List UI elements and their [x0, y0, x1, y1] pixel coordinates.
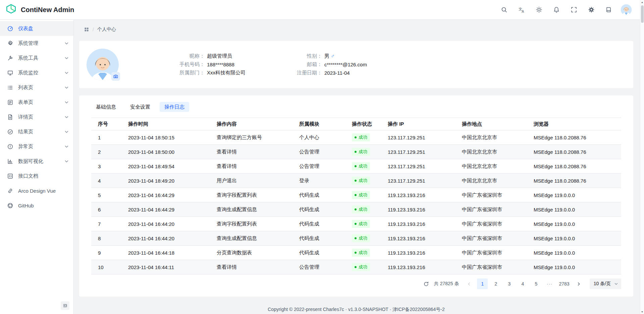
page-item-4[interactable]: 4 [517, 278, 528, 289]
profile-field: 注册日期：2023-11-04 [285, 69, 367, 77]
sidebar-collapse-button[interactable] [61, 301, 69, 310]
page-item-3[interactable]: 3 [504, 278, 515, 289]
chevron-down-icon [64, 56, 69, 60]
cell-time: 2023-11-04 16:44:20 [121, 231, 210, 246]
cell-location: 中国北京北京市 [455, 145, 527, 159]
settings-gear-icon[interactable] [586, 4, 597, 15]
cell-browser: MSEdge 119.0.0.0 [527, 246, 621, 260]
sidebar-item-form-pages[interactable]: 表单页 [0, 95, 73, 110]
window-scrollbar[interactable]: ▲ ▼ [640, 0, 644, 314]
cell-status: 成功 [345, 231, 381, 246]
dashboard-icon [7, 25, 13, 32]
cell-module: 公告管理 [292, 260, 345, 274]
sidebar-item-data-visualization[interactable]: 数据可视化 [0, 154, 73, 169]
sidebar-item-label: GitHub [18, 203, 69, 208]
sidebar-item-list-pages[interactable]: 列表页 [0, 80, 73, 95]
translate-icon[interactable]: 文A [516, 4, 527, 15]
page-item-2783[interactable]: 2783 [557, 278, 571, 289]
cell-content: 查看详情 [210, 159, 292, 174]
sidebar-item-system-tools[interactable]: 系统工具 [0, 51, 73, 65]
user-avatar[interactable] [621, 4, 632, 15]
theme-sun-icon[interactable] [533, 4, 545, 15]
tab-operation-log[interactable]: 操作日志 [160, 102, 189, 112]
cell-no: 8 [91, 231, 121, 246]
sidebar-item-exception-pages[interactable]: 异常页 [0, 139, 73, 154]
scrollbar-up-arrow[interactable]: ▲ [640, 0, 644, 4]
result-icon [7, 128, 13, 135]
sidebar-item-system-monitor[interactable]: 系统监控 [0, 65, 73, 80]
chevron-down-icon [64, 100, 69, 105]
cell-time: 2023-11-04 18:49:54 [121, 159, 210, 174]
camera-icon[interactable] [111, 72, 120, 81]
page-size-select[interactable]: 10 条/页 [590, 278, 621, 289]
apps-icon[interactable] [84, 27, 89, 32]
status-text: 成功 [359, 134, 367, 140]
column-header: 序号 [91, 118, 121, 130]
page-item-2[interactable]: 2 [490, 278, 501, 289]
cell-ip: 119.123.193.216 [381, 246, 455, 260]
column-header: 操作状态 [345, 118, 381, 130]
more-pages-item[interactable]: ··· [544, 278, 555, 289]
status-text: 成功 [359, 149, 367, 155]
next-page-button[interactable] [574, 278, 584, 289]
profile-field-label: 性别： [285, 53, 322, 59]
table-row: 62023-11-04 16:44:29查询生成配置信息代码生成成功119.12… [91, 202, 621, 217]
column-header: 操作地点 [455, 118, 527, 130]
logo-area[interactable]: ContiNew Admin [5, 4, 74, 16]
sidebar-item-result-pages[interactable]: 结果页 [0, 124, 73, 139]
cell-ip: 119.123.193.216 [381, 217, 455, 231]
sidebar-item-label: 系统工具 [18, 55, 60, 61]
cell-time: 2023-11-04 16:44:11 [121, 260, 210, 274]
fullscreen-icon[interactable] [568, 4, 580, 15]
sidebar-item-label: 异常页 [18, 143, 60, 150]
scrollbar-down-arrow[interactable]: ▼ [640, 310, 644, 314]
profile-field: 昵称：超级管理员 [168, 52, 285, 60]
cell-ip: 119.123.193.216 [381, 202, 455, 217]
cell-location: 中国广东省深圳市 [455, 260, 527, 274]
cell-module: 代码生成 [292, 246, 345, 260]
avatar[interactable] [86, 48, 119, 81]
cell-time: 2023-11-04 16:44:20 [121, 217, 210, 231]
status-dot-icon [355, 180, 357, 182]
sidebar-item-api-docs[interactable]: 接口文档 [0, 169, 73, 183]
status-badge: 成功 [352, 263, 370, 271]
search-icon[interactable] [498, 4, 510, 15]
tab-basic-info[interactable]: 基础信息 [91, 102, 121, 112]
status-badge: 成功 [352, 205, 370, 213]
form-icon [7, 99, 13, 106]
header-actions: 文A [498, 4, 632, 15]
sidebar-item-arco-design-vue[interactable]: Arco Design Vue [0, 183, 73, 198]
profile-field: 性别：男♂ [285, 52, 367, 60]
page-item-1[interactable]: 1 [477, 278, 488, 289]
app-title: ContiNew Admin [21, 6, 74, 14]
sidebar-item-label: 列表页 [18, 84, 60, 91]
cell-location: 中国北京北京市 [455, 159, 527, 174]
main-content: / 个人中心 昵称：超级管理员手机号码：188****8888所属部门：Xxx科… [74, 20, 644, 314]
profile-field-value: 188****8888 [207, 62, 234, 67]
sidebar-item-dashboard[interactable]: 仪表盘 [0, 21, 73, 36]
profile-field-label: 手机号码： [168, 61, 205, 68]
bell-icon[interactable] [551, 4, 562, 15]
profile-field-label: 所属部门： [168, 70, 205, 76]
docs-book-icon[interactable] [603, 4, 614, 15]
refresh-icon[interactable] [421, 279, 431, 289]
sidebar-menu: 仪表盘系统管理系统工具系统监控列表页表单页详情页结果页异常页数据可视化接口文档A… [0, 21, 73, 213]
api-doc-icon [7, 173, 13, 179]
tab-security-settings[interactable]: 安全设置 [125, 102, 155, 112]
footer-copyright: Copyright © 2022-present Charles7c · v1.… [79, 297, 633, 313]
status-dot-icon [355, 223, 357, 225]
status-text: 成功 [359, 250, 367, 256]
profile-field-label: 注册日期： [285, 70, 322, 76]
profile-field-value: Xxx科技有限公司 [207, 70, 246, 76]
operation-log-table: 序号操作时间操作内容所属模块操作状态操作 IP操作地点浏览器 12023-11-… [91, 118, 621, 274]
link-icon [7, 187, 13, 194]
sidebar-item-system-management[interactable]: 系统管理 [0, 36, 73, 51]
page-item-5[interactable]: 5 [531, 278, 541, 289]
sidebar-item-github[interactable]: GitHub [0, 198, 73, 213]
sidebar-item-detail-pages[interactable]: 详情页 [0, 110, 73, 124]
cell-ip: 123.117.129.251 [381, 145, 455, 159]
cell-ip: 123.117.129.251 [381, 159, 455, 174]
sidebar-item-label: 表单页 [18, 99, 60, 106]
scrollbar-thumb[interactable] [641, 5, 644, 23]
cell-location: 中国广东省深圳市 [455, 231, 527, 246]
